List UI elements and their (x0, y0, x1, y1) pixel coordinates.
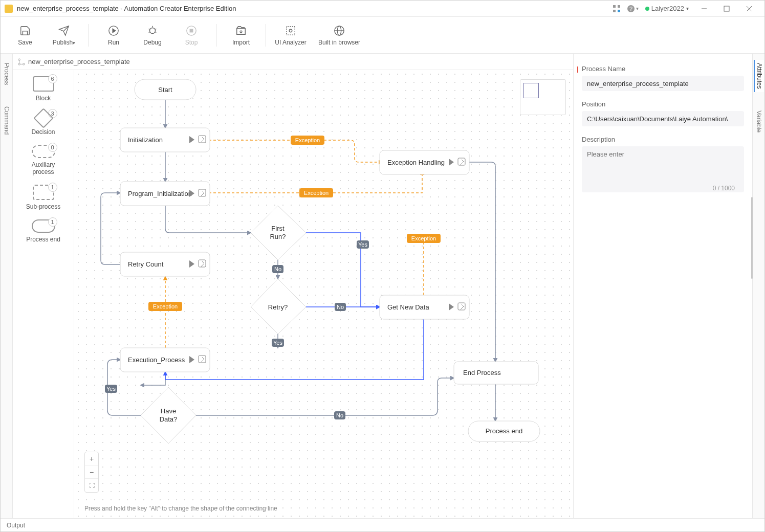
description-label: Description (582, 136, 744, 143)
svg-text:Get New Data: Get New Data (387, 303, 429, 311)
svg-text:Exception Handling: Exception Handling (387, 159, 445, 166)
minimap[interactable] (520, 79, 566, 115)
close-button[interactable] (738, 1, 760, 17)
scrollbar[interactable] (751, 197, 753, 279)
zoom-out-button[interactable]: − (85, 465, 98, 479)
palette: 6 Block 3 Decision 0 Auxiliary process (13, 70, 74, 518)
svg-text:Run?: Run? (270, 233, 286, 240)
app-icon (5, 5, 13, 13)
debug-icon (146, 25, 159, 37)
apps-icon[interactable] (609, 2, 624, 16)
status-output[interactable]: Output (7, 522, 25, 529)
svg-text:No: No (337, 304, 344, 310)
svg-point-14 (150, 28, 156, 33)
svg-text:No: No (274, 266, 281, 272)
svg-line-18 (149, 32, 150, 32)
palette-badge: 0 (48, 143, 57, 152)
svg-text:Retry Count: Retry Count (128, 260, 164, 268)
svg-text:Yes: Yes (106, 386, 116, 392)
right-rail: Attributes Variable (752, 54, 764, 518)
svg-rect-1 (618, 5, 620, 8)
left-rail: Process Command (1, 54, 13, 518)
svg-rect-2 (613, 10, 616, 12)
import-icon (235, 25, 247, 37)
rail-tab-process[interactable]: Process (2, 60, 11, 88)
process-name-input[interactable] (582, 76, 744, 91)
builtin-browser-button[interactable]: Built in browser (311, 20, 367, 51)
stop-icon (185, 25, 198, 37)
debug-button[interactable]: Debug (134, 20, 171, 51)
canvas[interactable]: Exception Exception Yes (74, 70, 573, 518)
zoom-controls: + − ⛶ (84, 452, 99, 493)
svg-marker-13 (113, 29, 116, 32)
svg-text:Exception: Exception (295, 137, 320, 143)
palette-decision[interactable]: 3 Decision (20, 111, 67, 136)
import-button[interactable]: Import (223, 20, 259, 51)
svg-text:Start: Start (158, 86, 172, 94)
toolbar: Save Publish▾ Run Debug Stop Import UI A… (1, 17, 764, 54)
svg-point-28 (18, 58, 20, 60)
palette-process-end[interactable]: 1 Process end (20, 219, 67, 243)
save-button[interactable]: Save (7, 20, 43, 51)
publish-icon (58, 25, 70, 37)
run-button[interactable]: Run (95, 20, 132, 51)
window-title: new_enterprise_process_template - Automa… (17, 5, 236, 12)
svg-line-16 (149, 29, 150, 29)
svg-point-30 (23, 63, 25, 65)
rail-tab-attributes[interactable]: Attributes (754, 60, 764, 92)
statusbar: Output (1, 518, 764, 531)
flow-icon (18, 58, 25, 65)
svg-rect-7 (724, 6, 729, 11)
titlebar: new_enterprise_process_template - Automa… (1, 1, 764, 17)
svg-text:Yes: Yes (273, 340, 282, 346)
rail-tab-variable[interactable]: Variable (754, 107, 763, 136)
position-label: Position (582, 100, 744, 108)
svg-line-17 (156, 29, 157, 29)
attributes-panel: Process Name Position Description 0 / 10… (573, 54, 752, 518)
svg-text:Process end: Process end (486, 427, 522, 435)
minimize-button[interactable] (693, 1, 715, 17)
zoom-fit-button[interactable]: ⛶ (85, 479, 98, 492)
maximize-button[interactable] (715, 1, 738, 17)
ui-analyzer-icon (285, 25, 297, 37)
palette-aux-process[interactable]: 0 Auxiliary process (20, 145, 67, 175)
editor-tabs: new_enterprise_process_template (13, 54, 573, 70)
palette-sub-process[interactable]: 1 Sub-process (20, 185, 67, 210)
svg-point-29 (18, 63, 20, 65)
palette-badge: 1 (48, 183, 57, 192)
svg-text:Program_Initialization: Program_Initialization (128, 190, 192, 197)
status-dot-icon (645, 7, 649, 11)
run-icon (107, 25, 120, 37)
svg-text:Execution_Process: Execution_Process (128, 356, 185, 364)
svg-text:End Process: End Process (463, 369, 501, 376)
stop-button: Stop (173, 20, 210, 51)
svg-text:No: No (336, 412, 343, 418)
svg-text:Data?: Data? (160, 415, 178, 423)
svg-line-19 (156, 32, 157, 32)
save-icon (19, 25, 31, 37)
svg-text:Exception: Exception (153, 303, 178, 309)
user-menu[interactable]: Laiyer2022 ▾ (645, 5, 689, 12)
help-icon[interactable]: ? ▾ (626, 2, 640, 16)
browser-icon (333, 25, 345, 37)
svg-text:Exception: Exception (411, 235, 436, 241)
svg-point-24 (289, 29, 292, 32)
svg-text:Have: Have (161, 407, 176, 415)
rail-tab-command[interactable]: Command (2, 103, 11, 138)
palette-badge: 1 (48, 217, 57, 227)
canvas-hint: Press and hold the key "Alt" to change t… (84, 505, 277, 512)
svg-text:Initialization: Initialization (128, 136, 163, 144)
svg-rect-0 (613, 5, 616, 8)
ui-analyzer-button[interactable]: UI Analyzer (272, 20, 309, 51)
svg-text:Retry?: Retry? (268, 303, 288, 311)
position-input[interactable] (582, 111, 744, 126)
publish-button[interactable]: Publish▾ (46, 20, 82, 51)
palette-block[interactable]: 6 Block (20, 76, 67, 102)
svg-rect-3 (618, 10, 620, 12)
palette-badge: 6 (48, 74, 57, 83)
svg-text:?: ? (629, 6, 632, 12)
svg-text:First: First (271, 225, 285, 232)
svg-rect-21 (190, 29, 193, 32)
tab-label[interactable]: new_enterprise_process_template (28, 58, 130, 65)
zoom-in-button[interactable]: + (85, 452, 98, 465)
